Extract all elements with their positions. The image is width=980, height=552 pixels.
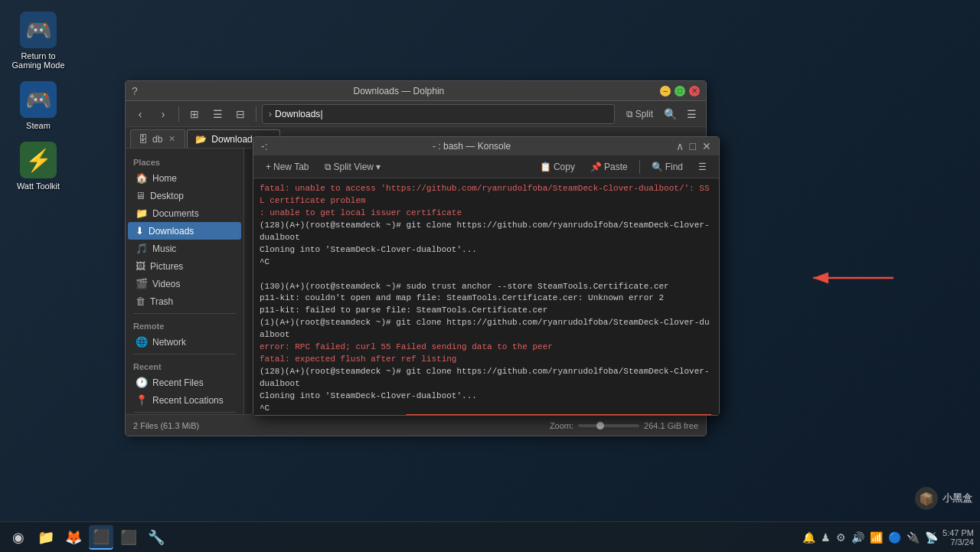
back-button[interactable]: ‹ [130, 104, 150, 124]
gaming-mode-icon: 🎮 [20, 11, 57, 48]
sidebar-item-desktop[interactable]: 🖥 Desktop [128, 187, 241, 204]
videos-icon: 🎬 [136, 278, 148, 289]
split-view-button[interactable]: ⧉ Split View ▾ [318, 159, 387, 175]
view-list-button[interactable]: ☰ [207, 104, 227, 124]
toolbar-separator-1 [178, 106, 179, 122]
sidebar-item-recent-files[interactable]: 🕐 Recent Files [128, 374, 241, 391]
sidebar-header-places: Places [126, 153, 243, 169]
term-line-8: p11-kit: failed to parse file: SteamTool… [260, 305, 713, 317]
tray-signal[interactable]: 📡 [923, 530, 939, 545]
sidebar-item-home[interactable]: 🏠 Home [128, 169, 241, 187]
dolphin-sidebar: Places 🏠 Home 🖥 Desktop 📁 Documents ⬇ Do… [126, 149, 244, 414]
split-button[interactable]: ⧉ Split [621, 106, 658, 122]
sidebar-divider-2 [133, 354, 236, 354]
new-tab-button[interactable]: + New Tab [260, 159, 315, 175]
view-compact-button[interactable]: ⊟ [230, 104, 250, 124]
term-line-10: error: RPC failed; curl 55 Failed sendin… [260, 341, 713, 354]
term-line-3: (128)(A+)(root@steamdeck ~)# git clone h… [260, 220, 713, 244]
sidebar-item-pictures[interactable]: 🖼 Pictures [128, 257, 241, 275]
copy-button[interactable]: 📋 Copy [534, 159, 581, 175]
desktop-icon-steam[interactable]: 🎮 Steam [8, 77, 69, 134]
new-tab-label: New Tab [273, 162, 309, 172]
konsole-minimize[interactable]: ∧ [675, 140, 685, 152]
taskbar: ◉ 📁 🦊 ⬛ ⬛ 🔧 🔔 ♟ ⚙ 🔊 📶 🔵 🔌 📡 5:47 PM 7/3/… [0, 521, 980, 552]
taskbar-konsole[interactable]: ⬛ [89, 525, 113, 550]
term-line-13: Cloning into 'SteamDeck-Clover-dualboot'… [260, 390, 713, 403]
zoom-track [578, 424, 639, 427]
tab-db[interactable]: 🗄 db ✕ [130, 129, 185, 148]
sidebar-header-remote: Remote [126, 317, 243, 333]
tray-bluetooth[interactable]: 🔵 [887, 530, 903, 545]
arrow-annotation [805, 263, 897, 296]
paste-button[interactable]: 📌 Paste [584, 159, 634, 175]
term-line-blank-1 [260, 269, 713, 281]
taskbar-discover[interactable]: 🔧 [144, 525, 168, 550]
view-icons-button[interactable]: ⊞ [185, 104, 204, 124]
taskbar-left: ◉ 📁 🦊 ⬛ ⬛ 🔧 [6, 525, 168, 550]
sidebar-item-videos[interactable]: 🎬 Videos [128, 275, 241, 292]
desktop-icon-si: 🖥 [136, 190, 145, 201]
sidebar-item-downloads[interactable]: ⬇ Downloads [128, 222, 241, 240]
tab-db-close[interactable]: ✕ [167, 134, 177, 144]
minimize-button[interactable]: – [660, 86, 671, 96]
music-icon: 🎵 [136, 243, 148, 254]
sidebar-desktop-label: Desktop [150, 191, 184, 201]
watermark-logo: 📦 [915, 487, 938, 510]
konsole-close[interactable]: ✕ [701, 140, 713, 152]
find-button[interactable]: 🔍 Find [645, 159, 689, 175]
trash-icon: 🗑 [136, 296, 145, 307]
breadcrumb-bar[interactable]: › Downloads | [262, 104, 615, 124]
konsole-menu-button[interactable]: ☰ [692, 159, 713, 175]
tray-bell[interactable]: 🔔 [801, 530, 817, 545]
maximize-button[interactable]: □ [675, 86, 685, 96]
zoom-thumb[interactable] [596, 422, 604, 430]
highlighted-command: git clone https://github.com/ryanrudolfo… [260, 414, 711, 415]
taskbar-firefox[interactable]: 🦊 [61, 525, 86, 550]
split-icon: ⧉ [626, 109, 633, 119]
search-button[interactable]: 🔍 [660, 104, 680, 124]
watt-toolkit-icon: ⚡ [20, 142, 57, 178]
tray-power[interactable]: 🔌 [905, 530, 921, 545]
term-line-2: : unable to get local issuer certificate [260, 207, 713, 220]
taskbar-files[interactable]: 📁 [34, 525, 58, 550]
tray-settings[interactable]: ⚙ [835, 530, 848, 545]
sidebar-item-network[interactable]: 🌐 Network [128, 333, 241, 351]
split-chevron: ▾ [376, 162, 381, 172]
term-line-1: fatal: unable to access 'https://github.… [260, 183, 713, 207]
dolphin-titlebar: ? Downloads — Dolphin – □ ✕ [126, 81, 706, 101]
desktop: 🎮 Return to Gaming Mode 🎮 Steam ⚡ Watt T… [0, 0, 980, 552]
tab-db-icon: 🗄 [139, 134, 148, 145]
menu-button[interactable]: ☰ [681, 104, 701, 124]
sidebar-item-recent-locations[interactable]: 📍 Recent Locations [128, 391, 241, 409]
tray-steam[interactable]: ♟ [819, 530, 832, 545]
tray-wifi[interactable]: 📶 [868, 530, 884, 545]
sidebar-item-documents[interactable]: 📁 Documents [128, 204, 241, 222]
konsole-title: - : bash — Konsole [270, 141, 675, 152]
toolbar-right: ⧉ Split 🔍 ☰ [621, 104, 701, 124]
copy-icon: 📋 [540, 162, 551, 172]
konsole-titlebar: -: - : bash — Konsole ∧ □ ✕ [253, 137, 719, 155]
sidebar-item-music[interactable]: 🎵 Music [128, 240, 241, 257]
sidebar-divider-1 [133, 313, 236, 314]
konsole-maximize[interactable]: □ [688, 140, 697, 152]
taskbar-terminal2[interactable]: ⬛ [116, 525, 141, 550]
sidebar-network-label: Network [152, 337, 186, 348]
desktop-icon-gaming-mode[interactable]: 🎮 Return to Gaming Mode [8, 8, 69, 73]
dolphin-title: Downloads — Dolphin [138, 86, 660, 96]
forward-button[interactable]: › [153, 104, 173, 124]
desktop-icon-watt-toolkit[interactable]: ⚡ Watt Toolkit [8, 138, 69, 194]
konsole-output[interactable]: fatal: unable to access 'https://github.… [253, 178, 719, 415]
downloads-icon: ⬇ [136, 225, 144, 237]
taskbar-time: 5:47 PM 7/3/24 [942, 528, 974, 547]
pictures-icon: 🖼 [136, 260, 145, 272]
tray-volume[interactable]: 🔊 [850, 530, 866, 545]
taskbar-activities[interactable]: ◉ [6, 525, 31, 550]
term-line-6: (130)(A+)(root@steamdeck ~)# sudo trust … [260, 281, 713, 293]
steam-label: Steam [26, 121, 51, 130]
sidebar-item-trash[interactable]: 🗑 Trash [128, 292, 241, 310]
close-button[interactable]: ✕ [689, 86, 700, 96]
taskbar-tray: 🔔 ♟ ⚙ 🔊 📶 🔵 🔌 📡 [801, 530, 939, 545]
help-icon[interactable]: ? [132, 85, 138, 97]
zoom-slider[interactable]: Zoom: 264.1 GiB free [550, 421, 698, 430]
file-count: 2 Files (61.3 MiB) [133, 421, 199, 430]
